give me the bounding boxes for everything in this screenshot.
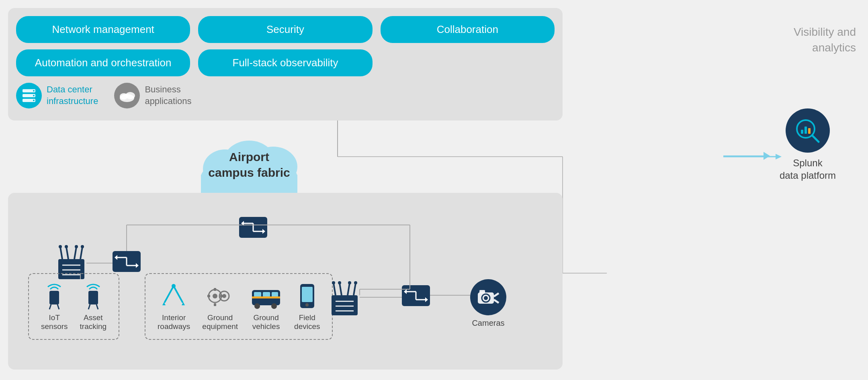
splunk-icon [786,108,830,153]
svg-point-92 [338,281,341,284]
field-dashed-box: Interiorroadways [145,273,333,340]
svg-line-63 [88,304,90,309]
business-apps-label: Business applications [145,84,191,107]
svg-point-80 [254,303,260,309]
svg-point-46 [59,245,62,248]
svg-line-109 [494,300,499,303]
interior-roadways-icon [161,282,187,310]
buttons-row1: Network management Security Collaboratio… [16,16,555,43]
field-devices-icon [296,282,318,310]
svg-rect-72 [214,288,216,291]
svg-line-64 [96,304,98,309]
svg-line-31 [812,135,819,142]
svg-rect-86 [332,295,358,315]
svg-point-106 [484,296,488,300]
field-group: Interiorroadways [145,273,333,340]
asset-tracking-label: Assettracking [80,313,107,331]
right-router-icon [330,281,360,317]
data-center-box: Network management Security Collaboratio… [8,8,563,121]
full-stack-btn[interactable]: Full-stack observability [198,49,372,76]
svg-point-49 [81,245,84,248]
svg-point-93 [348,281,351,284]
network-management-btn[interactable]: Network management [16,16,190,43]
icons-row: Data center infrastructure Business appl… [16,83,555,108]
svg-line-60 [49,304,51,309]
field-devices-label: Fielddevices [294,313,320,331]
left-switch-icon [113,251,141,272]
svg-point-69 [213,294,217,298]
asset-tracking-icon [81,282,105,310]
svg-point-19 [33,90,35,92]
iot-sensor-item: IoTsensors [41,282,68,331]
svg-rect-82 [252,296,280,298]
svg-line-89 [348,283,350,295]
svg-rect-34 [808,128,811,134]
left-switch [113,251,141,274]
svg-line-45 [80,247,82,259]
right-switch-icon [402,285,430,306]
svg-rect-73 [214,303,216,306]
data-center-infra-item: Data center infrastructure [16,83,98,108]
iot-sensor-icon [42,282,66,310]
svg-rect-74 [207,295,210,297]
iot-group: IoTsensors Assettracking [28,273,119,340]
cloud-label: Airportcampus fabric [208,149,290,180]
right-switch [402,285,430,308]
data-center-infra-icon [16,83,42,108]
asset-tracking-item: Assettracking [80,282,107,331]
svg-point-94 [354,281,357,284]
svg-line-42 [60,247,62,259]
svg-point-85 [305,303,309,306]
svg-point-91 [332,281,335,284]
interior-roadways-item: Interiorroadways [158,282,190,331]
top-switch [239,217,267,239]
ground-vehicles-icon [250,282,282,310]
camera-icon-bg [470,279,506,315]
ground-ops-box: IoTsensors Assettracking [8,193,563,370]
svg-point-47 [65,245,68,248]
svg-point-20 [33,95,35,96]
svg-rect-79 [272,292,278,297]
iot-sensor-label: IoTsensors [41,313,68,331]
main-container: Data center and cloud Network management… [0,0,868,380]
security-btn[interactable]: Security [198,16,372,43]
splunk-container: Splunk data platform [780,108,836,182]
splunk-label: Splunk data platform [780,157,836,182]
svg-rect-62 [88,291,98,304]
svg-rect-78 [263,292,270,297]
svg-line-44 [74,247,76,259]
svg-rect-59 [49,291,59,304]
svg-rect-107 [479,290,485,293]
ground-equipment-item: Groundequipment [202,282,238,331]
splunk-arrow [723,152,770,160]
right-router [330,281,360,319]
ground-equipment-label: Groundequipment [202,313,238,331]
ground-equipment-icon [205,282,235,310]
svg-line-87 [334,283,336,295]
top-switch-icon [239,217,267,238]
cloud-container: Airportcampus fabric [193,133,305,197]
svg-line-88 [340,283,342,295]
svg-point-21 [33,100,35,101]
business-apps-item: Business applications [114,83,191,108]
automation-btn[interactable]: Automation and orchestration [16,49,190,76]
cameras-label: Cameras [472,319,504,328]
svg-rect-75 [220,295,223,297]
collaboration-btn[interactable]: Collaboration [381,16,555,43]
svg-point-24 [125,92,135,99]
buttons-row2: Automation and orchestration Full-stack … [16,49,555,76]
svg-rect-84 [302,287,313,302]
svg-line-90 [354,283,356,295]
camera-icon [477,288,500,306]
svg-rect-77 [254,292,261,297]
svg-line-61 [57,304,59,309]
data-center-infra-label: Data center infrastructure [47,84,98,107]
business-apps-icon [114,83,140,108]
svg-line-108 [494,293,499,296]
iot-dashed-box: IoTsensors Assettracking [28,273,119,340]
svg-rect-32 [801,130,803,134]
svg-line-43 [66,247,68,259]
field-devices-item: Fielddevices [294,282,320,331]
svg-point-48 [75,245,78,248]
visibility-analytics-label: Visibility andanalytics [794,24,856,55]
